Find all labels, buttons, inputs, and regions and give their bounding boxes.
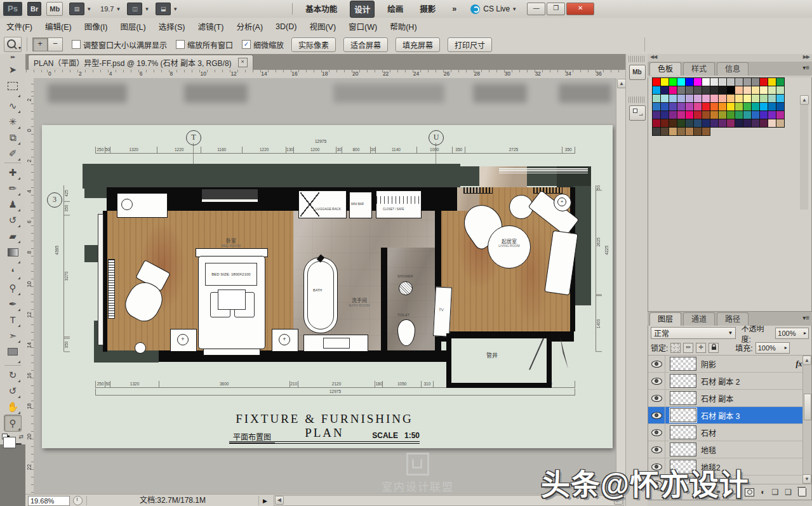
swatch[interactable] [702, 102, 710, 111]
swatch[interactable] [677, 119, 686, 128]
restore-button[interactable]: ❐ [547, 3, 565, 15]
swatch[interactable] [693, 86, 702, 95]
swatch[interactable] [726, 102, 735, 111]
swatch[interactable] [751, 94, 760, 103]
rectangular-marquee-tool[interactable] [4, 82, 21, 98]
3d-rotate-tool[interactable]: ↻ [4, 367, 21, 383]
swatch[interactable] [710, 86, 719, 95]
swatch[interactable] [776, 110, 785, 119]
history-brush-tool[interactable]: ↺ [4, 212, 21, 228]
status-popup-arrow[interactable]: ▶ [263, 498, 267, 504]
rectangle-tool[interactable] [4, 348, 21, 364]
tab-通道[interactable]: 通道 [683, 312, 715, 326]
visibility-cell[interactable] [648, 407, 665, 423]
layer-row[interactable]: 阴影fx▾ [648, 356, 811, 373]
tab-路径[interactable]: 路径 [717, 312, 749, 326]
zoom-tool-preset[interactable]: ▾ [4, 37, 22, 52]
layer-row[interactable]: 地毯 [648, 441, 811, 458]
swatch[interactable] [726, 77, 735, 86]
swatch[interactable] [759, 86, 768, 95]
collapse-tools-icon[interactable]: ▸▸ [0, 54, 25, 62]
lock-transparency-icon[interactable] [670, 343, 681, 353]
canvas-viewport[interactable]: T U 3 12975 2505013201220116012201301200… [34, 78, 616, 494]
clone-stamp-tool[interactable]: ♟ [4, 196, 21, 212]
button-打印尺寸[interactable]: 打印尺寸 [448, 37, 492, 52]
menu-视图[interactable]: 视图(V) [303, 18, 342, 35]
button-填充屏幕[interactable]: 填充屏幕 [396, 37, 440, 52]
checkbox-box[interactable] [72, 40, 81, 49]
floor-plan-document[interactable]: T U 3 12975 2505013201220116012201301200… [42, 125, 613, 448]
swatch[interactable] [693, 77, 702, 86]
zoom-level-field[interactable]: 19.7 [100, 5, 114, 13]
swatches-scrollbar[interactable]: ▲ [800, 95, 808, 210]
workspace-more-chevron[interactable]: » [448, 3, 460, 15]
opacity-field[interactable]: 100%▸ [775, 328, 809, 339]
layer-thumbnail[interactable] [670, 408, 696, 422]
scroll-up-icon[interactable]: ▲ [617, 79, 626, 88]
layer-row[interactable]: 石材 副本 [648, 390, 811, 407]
menu-图像[interactable]: 图像(I) [78, 18, 114, 35]
swatch[interactable] [768, 102, 776, 111]
swatch[interactable] [652, 127, 661, 136]
swatch[interactable] [652, 86, 661, 95]
tab-图层[interactable]: 图层 [649, 312, 681, 326]
zoom-out-mode-button[interactable]: − [48, 37, 63, 51]
swatch[interactable] [718, 110, 727, 119]
workspace-tab-摄影[interactable]: 摄影 [416, 1, 439, 18]
swatch[interactable] [702, 86, 710, 95]
eye-icon[interactable] [651, 361, 662, 368]
swatch[interactable] [702, 110, 710, 119]
swatch[interactable] [652, 119, 661, 128]
menu-3D[interactable]: 3D(D) [269, 20, 303, 34]
swatch[interactable] [735, 110, 743, 119]
swatch[interactable] [693, 102, 702, 111]
swatch[interactable] [743, 86, 752, 95]
tab-色板[interactable]: 色板 [649, 62, 681, 76]
layer-thumbnail[interactable] [670, 357, 696, 371]
eye-icon[interactable] [651, 429, 662, 436]
swatch[interactable] [718, 102, 727, 111]
zoom-tool[interactable]: ⚲ [4, 415, 22, 432]
path-selection-tool[interactable]: ➣ [4, 328, 21, 343]
swatch[interactable] [776, 119, 785, 128]
swatch[interactable] [660, 127, 669, 136]
eye-icon[interactable] [651, 378, 662, 385]
swatch[interactable] [652, 94, 661, 103]
swatch[interactable] [660, 77, 669, 86]
mini-bridge-panel-icon[interactable]: Mb [629, 65, 646, 80]
swatch[interactable] [669, 102, 677, 111]
swatch[interactable] [718, 77, 727, 86]
menu-滤镜[interactable]: 滤镜(T) [191, 18, 230, 35]
swatch[interactable] [743, 94, 752, 103]
menu-文件[interactable]: 文件(F) [0, 18, 39, 35]
status-zoom-field[interactable]: 19.68% [28, 496, 70, 506]
swatch[interactable] [693, 127, 702, 136]
menu-编辑[interactable]: 编辑(E) [39, 18, 78, 35]
swatch[interactable] [685, 77, 694, 86]
swatch[interactable] [677, 77, 686, 86]
swatch[interactable] [768, 77, 776, 86]
brush-tool[interactable]: ✏ [4, 180, 21, 196]
visibility-cell[interactable] [648, 390, 665, 406]
swatch[interactable] [726, 119, 735, 128]
swatch[interactable] [726, 110, 735, 119]
button-适合屏幕[interactable]: 适合屏幕 [343, 37, 388, 52]
visibility-cell[interactable] [648, 424, 665, 441]
mini-bridge-button[interactable]: Mb [46, 2, 63, 16]
swatch[interactable] [685, 102, 694, 111]
swatch[interactable] [669, 119, 677, 128]
layer-thumbnail[interactable] [670, 391, 696, 405]
swatch[interactable] [759, 77, 768, 86]
swatch[interactable] [693, 94, 702, 103]
swatch[interactable] [685, 127, 694, 136]
swatch[interactable] [743, 110, 752, 119]
swatch[interactable] [669, 94, 677, 103]
dodge-tool[interactable]: ⚲ [4, 280, 21, 296]
swatch[interactable] [660, 86, 669, 95]
scroll-up-icon[interactable]: ▲ [800, 95, 809, 105]
screen-mode-icon[interactable]: ⬓ [156, 3, 171, 15]
panel-menu-icon[interactable]: ▾≡ [802, 64, 809, 71]
swatch[interactable] [743, 77, 752, 86]
swatch[interactable] [776, 102, 785, 111]
eye-icon[interactable] [651, 412, 662, 419]
